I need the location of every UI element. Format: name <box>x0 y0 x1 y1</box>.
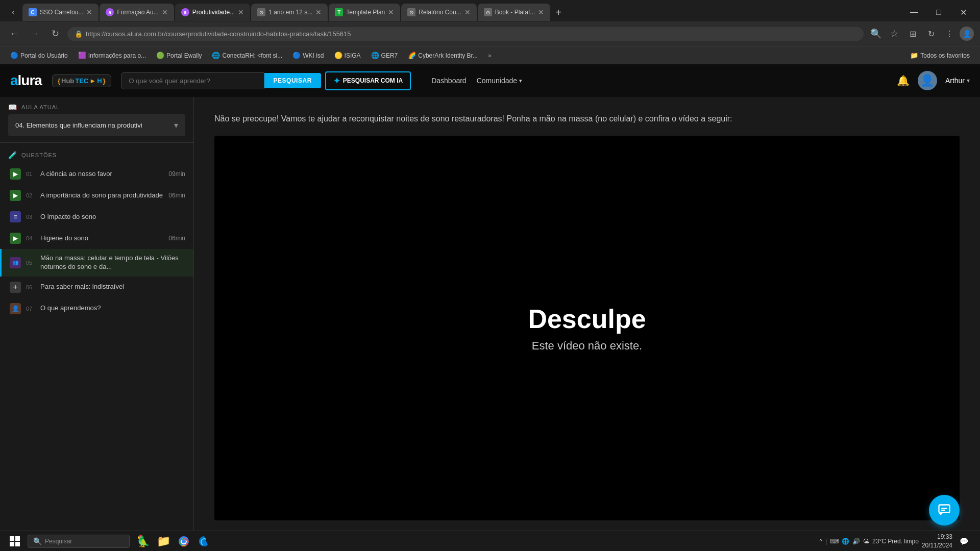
svg-rect-3 <box>10 536 14 541</box>
lesson-item[interactable]: + 06 Para saber mais: indistraível <box>0 277 193 298</box>
tab-produtividade[interactable]: a Produtividade... ✕ <box>175 4 250 21</box>
tray-volume-icon[interactable]: 🔊 <box>852 538 860 545</box>
tab-close-2[interactable]: ✕ <box>162 8 168 16</box>
window-controls: — □ ✕ <box>902 4 980 21</box>
user-avatar[interactable]: 👤 <box>918 71 937 90</box>
nav-dashboard[interactable]: Dashboard <box>431 77 467 85</box>
nav-comunidade[interactable]: Comunidade ▾ <box>477 77 522 85</box>
tray-network-icon[interactable]: 🌐 <box>842 538 849 545</box>
back-button[interactable]: ← <box>6 26 22 42</box>
tab-close-7[interactable]: ✕ <box>538 8 544 16</box>
svg-point-9 <box>182 539 186 543</box>
video-container: Desculpe Este vídeo não existe. <box>214 136 960 520</box>
content-area: Não se preocupe! Vamos te ajudar a recon… <box>194 97 980 531</box>
tab-close-4[interactable]: ✕ <box>315 8 322 16</box>
bookmark-isiga[interactable]: 🟡 ISIGA <box>330 50 365 61</box>
svg-rect-5 <box>10 542 14 546</box>
maximize-button[interactable]: □ <box>927 4 950 21</box>
bookmark-informacoes[interactable]: 🟪 Informações para o... <box>74 50 150 61</box>
bookmark-portal-ewally[interactable]: 🟢 Portal Ewally <box>152 50 206 61</box>
minimize-button[interactable]: — <box>902 4 926 21</box>
sidebar-current-label: 📖 AULA ATUAL <box>8 103 185 111</box>
url-bar[interactable]: 🔒 https://cursos.alura.com.br/course/pro… <box>67 27 864 41</box>
bookmark-star-icon[interactable]: ☆ <box>886 26 902 42</box>
browser-menu-icon[interactable]: ⋮ <box>941 26 958 42</box>
nav-links: Dashboard Comunidade ▾ <box>431 77 522 85</box>
taskbar-apps: 🦜 📁 <box>132 532 213 550</box>
lock-icon: 🔒 <box>75 30 83 38</box>
taskbar-app-seesmic[interactable]: 🦜 <box>134 532 152 550</box>
tray-weather-text: 23°C Pred. limpo <box>872 538 919 545</box>
sidebar-module-selector[interactable]: 04. Elementos que influenciam na produti… <box>8 114 185 136</box>
bookmark-todos-favoritos[interactable]: 📁 Todos os favoritos <box>906 50 974 61</box>
reload-button[interactable]: ↻ <box>47 26 63 42</box>
tab-book[interactable]: ⊙ Book - Plataf... ✕ <box>478 4 551 21</box>
sidebar-current-lesson: 📖 AULA ATUAL 04. Elementos que influenci… <box>0 97 193 143</box>
tab-close-1[interactable]: ✕ <box>86 8 92 16</box>
module-arrow-icon: ▾ <box>174 120 178 130</box>
tab-1ano[interactable]: ⊙ 1 ano em 12 s... ✕ <box>251 4 328 21</box>
tab-formacao[interactable]: a Formação Au... ✕ <box>100 4 174 21</box>
lesson-item[interactable]: ▶ 01 A ciência ao nosso favor 09min <box>0 163 193 185</box>
tab-template[interactable]: T Template Plan ✕ <box>329 4 400 21</box>
bell-icon[interactable]: 🔔 <box>897 74 910 87</box>
start-button[interactable] <box>4 533 26 549</box>
tab-close-5[interactable]: ✕ <box>388 8 394 16</box>
sidebar-section-label: 🧪 QUESTÕES <box>0 143 193 163</box>
taskbar: 🔍 Pesquisar 🦜 📁 <box>0 531 980 551</box>
close-button[interactable]: ✕ <box>951 4 975 21</box>
lesson-item[interactable]: ▶ 02 A importância do sono para produtiv… <box>0 185 193 206</box>
alura-navbar: alura { Hub TEC ► H } PESQUISAR ✦ PESQUI… <box>0 64 980 97</box>
video-error-title: Desculpe <box>528 304 646 334</box>
search-button[interactable]: PESQUISAR <box>264 73 321 88</box>
tab-relatorio[interactable]: ⊙ Relatório Cou... ✕ <box>401 4 476 21</box>
content-text: Não se preocupe! Vamos te ajudar a recon… <box>194 97 980 136</box>
forward-button[interactable]: → <box>27 26 43 42</box>
browser-extensions-icon[interactable]: ⊞ <box>904 26 921 42</box>
search-ai-button[interactable]: ✦ PESQUISAR COM IA <box>325 71 411 90</box>
profile-icon[interactable]: 👤 <box>960 27 974 41</box>
search-wrapper: PESQUISAR ✦ PESQUISAR COM IA <box>121 71 411 90</box>
lesson-play-icon: ▶ <box>10 233 21 244</box>
bookmark-ger7[interactable]: 🌐 GER7 <box>367 50 402 61</box>
hub-tech-badge[interactable]: { Hub TEC ► H } <box>52 74 111 87</box>
chat-button[interactable] <box>929 495 960 525</box>
lesson-item[interactable]: ≡ 03 O impacto do sono <box>0 206 193 228</box>
taskbar-app-edge[interactable] <box>195 532 213 550</box>
bookmark-conectarh[interactable]: 🌐 ConectaRH: <font si... <box>208 50 286 61</box>
bookmarks-more[interactable]: » <box>484 51 496 61</box>
refresh-icon[interactable]: ↻ <box>923 26 939 42</box>
bookmark-wki[interactable]: 🔵 WKI isd <box>288 50 328 61</box>
lesson-person-icon: 👤 <box>10 303 21 314</box>
tray-caret-up[interactable]: ^ <box>819 538 822 545</box>
tab-back-btn[interactable]: ‹ <box>5 4 21 20</box>
taskbar-search[interactable]: 🔍 Pesquisar <box>28 535 130 548</box>
alura-logo[interactable]: alura <box>10 72 42 89</box>
taskbar-app-chrome[interactable] <box>175 532 193 550</box>
taskbar-app-files[interactable]: 📁 <box>154 532 173 550</box>
book-icon: 📖 <box>8 103 17 111</box>
tray-datetime[interactable]: 19:33 20/11/2024 <box>922 533 952 550</box>
user-name-label[interactable]: Arthur ▾ <box>945 77 970 85</box>
search-input[interactable] <box>121 72 264 89</box>
lesson-item-active[interactable]: 👥 05 Mão na massa: celular e tempo de te… <box>0 249 193 277</box>
taskbar-search-icon: 🔍 <box>33 537 42 545</box>
tray-notification-button[interactable]: 💬 <box>955 533 972 549</box>
lesson-people-icon: 👥 <box>10 257 21 268</box>
lesson-list-icon: ≡ <box>10 211 21 222</box>
tab-close-6[interactable]: ✕ <box>464 8 471 16</box>
lesson-play-icon: ▶ <box>10 168 21 180</box>
tray-keyboard-icon[interactable]: ⌨ <box>830 538 839 545</box>
tab-close-3[interactable]: ✕ <box>238 8 244 16</box>
lesson-play-icon: ▶ <box>10 190 21 201</box>
bookmark-cyberark[interactable]: 🌈 CyberArk Identity Br... <box>404 50 482 61</box>
browser-chrome: ‹ C SSO Carrefou... ✕ a Formação Au... ✕… <box>0 0 980 64</box>
lesson-item[interactable]: ▶ 04 Higiene do sono 06min <box>0 228 193 249</box>
system-tray: ^ | ⌨ 🌐 🔊 🌤 23°C Pred. limpo 19:33 20/11… <box>819 533 976 550</box>
search-icon[interactable]: 🔍 <box>868 26 884 42</box>
nav-icons: 🔔 👤 Arthur ▾ <box>897 71 970 90</box>
lesson-item[interactable]: 👤 07 O que aprendemos? <box>0 298 193 319</box>
bookmark-portal-usuario[interactable]: 🔵 Portal do Usuário <box>6 50 72 61</box>
tab-sso[interactable]: C SSO Carrefou... ✕ <box>22 4 99 21</box>
new-tab-button[interactable]: + <box>551 7 566 18</box>
